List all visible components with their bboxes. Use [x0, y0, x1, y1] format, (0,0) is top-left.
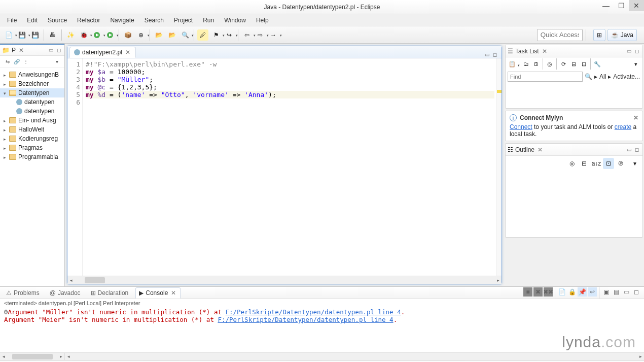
code-line[interactable]: #!"F:\xampp\perl\bin\perl.exe" -w: [86, 60, 494, 68]
view-menu-icon[interactable]: ▾: [629, 158, 640, 169]
remove-all-icon[interactable]: ✖✖: [544, 287, 553, 297]
run-last-icon[interactable]: ▾: [104, 29, 116, 41]
minimize-view-icon[interactable]: ▭: [47, 47, 54, 54]
collapse-all-icon[interactable]: ⇆: [4, 58, 11, 65]
new-task-icon[interactable]: 📋▾: [508, 59, 517, 69]
close-icon[interactable]: ✕: [18, 47, 25, 54]
menu-navigate[interactable]: Navigate: [106, 16, 138, 25]
save-all-icon[interactable]: 💾: [29, 29, 41, 41]
menu-edit[interactable]: Edit: [23, 16, 42, 25]
highlight-icon[interactable]: 🖊: [197, 29, 208, 41]
tab-console[interactable]: ▶Console✕: [135, 287, 181, 299]
minimize-view-icon[interactable]: ▭: [625, 48, 632, 55]
word-wrap-icon[interactable]: ↩: [588, 287, 597, 297]
minimize-view-icon[interactable]: ▭: [622, 287, 631, 297]
open-folder-icon[interactable]: 📂: [153, 29, 164, 41]
close-icon[interactable]: ✕: [541, 48, 548, 55]
terminate-icon[interactable]: ■: [523, 287, 532, 297]
print-icon[interactable]: 🖶: [47, 29, 58, 41]
console-output[interactable]: 0Argument "Müller" isn't numeric in mult…: [0, 307, 644, 352]
tree-item[interactable]: AnweisungenB: [0, 70, 64, 79]
display-icon[interactable]: ▤: [612, 287, 621, 297]
clear-icon[interactable]: 📄: [557, 287, 566, 297]
maximize-view-icon[interactable]: ◻: [633, 146, 640, 153]
editor-tab[interactable]: datentypen2.pl ✕: [69, 47, 136, 58]
new-type-icon[interactable]: ⊕▾: [135, 29, 147, 41]
tree-item[interactable]: Pragmas: [0, 143, 64, 152]
filter-icon[interactable]: ℗: [615, 158, 626, 169]
maximize-view-icon[interactable]: ◻: [633, 48, 640, 55]
menu-project[interactable]: Project: [170, 16, 197, 25]
code-line[interactable]: my %d = ('name' => "Otto", 'vorname' => …: [86, 91, 494, 98]
code-area[interactable]: #!"F:\xampp\perl\bin\perl.exe" -wmy $a =…: [83, 58, 496, 276]
search-icon[interactable]: 🔍: [585, 73, 592, 80]
tree-item[interactable]: Kodierungsreg: [0, 134, 64, 143]
menu-refactor[interactable]: Refactor: [73, 16, 104, 25]
tree-item[interactable]: Bezeichner: [0, 79, 64, 88]
hide-fields-icon[interactable]: ⊡: [603, 158, 614, 169]
next-annotation-icon[interactable]: ↪▾: [224, 29, 235, 41]
debug-icon[interactable]: 🐞▾: [78, 29, 89, 41]
forward-icon[interactable]: ⇨▾: [255, 29, 266, 41]
code-line[interactable]: my @c = {1,2,3,5};: [86, 83, 494, 91]
menu-search[interactable]: Search: [140, 16, 168, 25]
minimize-editor-icon[interactable]: ▭: [483, 51, 490, 58]
tab-javadoc[interactable]: @Javadoc: [47, 287, 84, 299]
new-package-icon[interactable]: 📦: [122, 29, 133, 41]
tree-item[interactable]: HalloWelt: [0, 125, 64, 134]
close-icon[interactable]: ✕: [633, 114, 638, 121]
close-icon[interactable]: ✕: [170, 289, 177, 297]
console-link[interactable]: F:/PerlSkripte/Datentypen/datentypen.pl …: [218, 316, 393, 323]
create-link[interactable]: create: [615, 123, 631, 130]
minimize-view-icon[interactable]: ▭: [625, 146, 632, 153]
collapse-icon[interactable]: ⊟: [569, 59, 578, 69]
search-icon[interactable]: 🔍▾: [180, 29, 191, 41]
maximize-editor-icon[interactable]: ◻: [491, 51, 498, 58]
activate-link[interactable]: Activate...: [613, 73, 640, 80]
toggle-mark-icon[interactable]: ⚑▾: [210, 29, 222, 41]
task-find-input[interactable]: [508, 72, 583, 82]
code-line[interactable]: [86, 98, 494, 106]
new-icon[interactable]: 📄▾: [3, 29, 14, 41]
all-label[interactable]: All: [599, 73, 606, 80]
tree-item[interactable]: datentypen: [0, 107, 64, 116]
focus-icon[interactable]: ◎: [545, 59, 554, 69]
play-icon[interactable]: ▸: [594, 73, 597, 80]
schedule-icon[interactable]: 🗓: [531, 59, 541, 69]
save-icon[interactable]: 💾▾: [16, 29, 27, 41]
connect-link[interactable]: Connect: [510, 123, 532, 130]
tree-item[interactable]: Ein- und Ausg: [0, 116, 64, 125]
maximize-view-icon[interactable]: ◻: [632, 287, 641, 297]
hide-icon[interactable]: ⊡: [579, 59, 588, 69]
minimize-button[interactable]: —: [598, 0, 614, 11]
code-line[interactable]: my $b = "Müller";: [86, 76, 494, 83]
tab-declaration[interactable]: ⊞Declaration: [88, 287, 132, 299]
filters-icon[interactable]: ⋮: [22, 58, 29, 65]
scrollbar-thumb[interactable]: [85, 277, 105, 283]
view-menu-icon[interactable]: ▾: [631, 59, 640, 69]
close-icon[interactable]: ✕: [536, 146, 544, 153]
sync-icon[interactable]: ⟳: [559, 59, 568, 69]
quick-access-input[interactable]: [537, 29, 583, 41]
maximize-button[interactable]: ☐: [614, 0, 629, 11]
tree-item[interactable]: datentypen: [0, 97, 64, 107]
sort-icon[interactable]: ⊟: [579, 158, 590, 169]
remove-launch-icon[interactable]: ✖: [533, 287, 543, 297]
scrollbar-thumb[interactable]: [12, 354, 53, 359]
link-editor-icon[interactable]: 🔗: [13, 58, 20, 65]
maximize-view-icon[interactable]: ◻: [55, 47, 62, 54]
menu-run[interactable]: Run: [199, 16, 218, 25]
scroll-lock-icon[interactable]: 🔒: [567, 287, 577, 297]
close-icon[interactable]: ✕: [124, 49, 131, 56]
az-sort-icon[interactable]: a↓z: [591, 158, 602, 169]
open-perspective-button[interactable]: ⊞: [593, 29, 605, 41]
open-console-icon[interactable]: ▣: [601, 287, 611, 297]
bottom-horizontal-scrollbar[interactable]: ◂▸ ◂▸: [0, 352, 644, 360]
tree-item[interactable]: Datentypen: [0, 88, 64, 97]
menu-file[interactable]: File: [3, 16, 21, 25]
view-menu-icon[interactable]: ▾: [53, 58, 60, 65]
menu-help[interactable]: Help: [252, 16, 273, 25]
categorize-icon[interactable]: 🗂: [521, 59, 530, 69]
wand-icon[interactable]: ✨: [65, 29, 76, 41]
tree-item[interactable]: Programmabla: [0, 152, 64, 161]
